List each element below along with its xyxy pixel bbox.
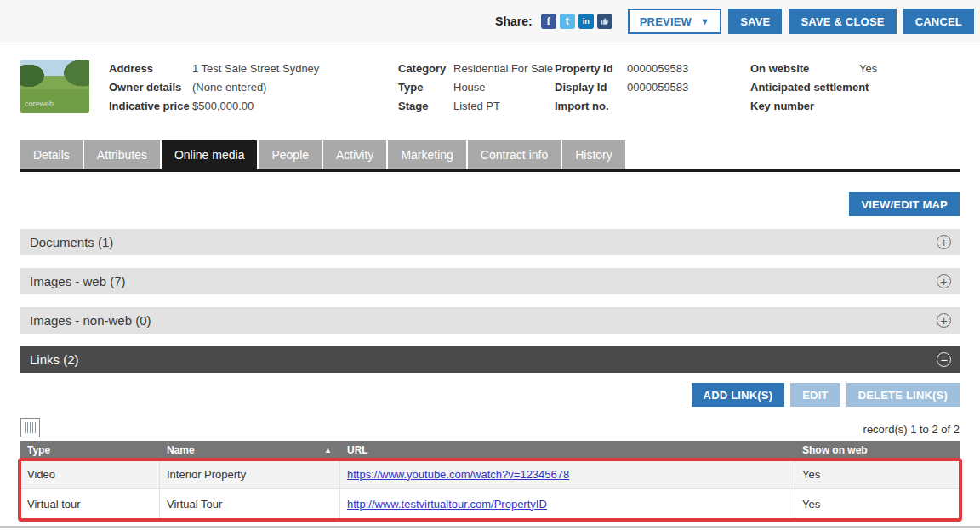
property-fields: Address 1 Test Sale Street Sydney Owner … [109,60,877,116]
table-row[interactable]: Virtual tour Virtual Tour http://www.tes… [20,489,960,519]
links-toolbar: ADD LINK(S) EDIT DELETE LINK(S) [20,383,960,407]
tab-details[interactable]: Details [20,140,83,169]
delete-links-button[interactable]: DELETE LINK(S) [846,383,960,407]
table-body: Video Interior Property https://www.yout… [20,460,960,519]
field-group-website: On website Yes Anticipated settlement Ke… [750,60,877,116]
tab-history[interactable]: History [562,140,625,169]
thumbs-up-icon[interactable] [597,14,612,29]
field-value: 1 Test Sale Street Sydney [192,60,319,78]
field-value: Listed PT [453,97,553,116]
add-links-button[interactable]: ADD LINK(S) [692,383,785,407]
field-label: Indicative price [109,97,184,116]
share-label: Share: [495,14,533,28]
accordion-images-nonweb[interactable]: Images - non-web (0) + [20,307,960,334]
field-group-address: Address 1 Test Sale Street Sydney Owner … [109,60,398,116]
column-header-name[interactable]: Name ▲ [160,444,340,456]
field-label: Type [398,78,445,97]
social-icons: f t in [541,14,612,29]
column-chooser-icon[interactable] [20,418,40,437]
field-label: Import no. [555,97,618,116]
accordion-links[interactable]: Links (2) − [20,346,960,373]
field-label: Display Id [555,78,618,97]
table-row[interactable]: Video Interior Property https://www.yout… [20,460,960,489]
field-value [859,97,877,116]
tab-online-media[interactable]: Online media [162,140,258,169]
field-value: Yes [859,60,877,78]
field-label: Anticipated settlement [750,78,851,97]
field-value: House [453,78,553,97]
expand-icon[interactable]: + [937,235,951,249]
show-on-web-cell: Yes [795,489,960,518]
property-summary: coreweb Address 1 Test Sale Street Sydne… [0,43,980,116]
name-cell: Interior Property [160,460,340,488]
expand-icon[interactable]: + [937,274,951,288]
facebook-icon[interactable]: f [541,14,556,29]
accordion-title: Documents (1) [30,235,113,249]
field-value: Residential For Sale [453,60,553,78]
tab-people[interactable]: People [259,140,322,169]
thumbs-up-glyph [600,16,610,26]
column-header-show-on-web[interactable]: Show on web [795,444,960,456]
field-value [859,78,877,97]
field-label: Category [398,60,445,78]
field-value: $500,000.00 [192,97,319,116]
save-close-button[interactable]: SAVE & CLOSE [789,9,896,34]
bottom-divider [0,526,980,528]
show-on-web-cell: Yes [795,460,960,488]
column-header-url[interactable]: URL [340,444,795,456]
tab-activity[interactable]: Activity [323,140,386,169]
column-label: Name [167,444,195,456]
tab-attributes[interactable]: Attributes [84,140,160,169]
property-thumbnail[interactable]: coreweb [20,60,89,113]
tab-bar: Details Attributes Online media People A… [20,140,960,172]
twitter-icon[interactable]: t [560,14,575,29]
field-group-category: Category Residential For Sale Type House… [398,60,555,116]
field-value: 0000059583 [627,60,688,78]
links-table: Type Name ▲ URL Show on web Video Interi… [20,441,960,519]
watermark: coreweb [25,100,54,108]
column-label: Type [27,444,50,456]
edit-button[interactable]: EDIT [790,383,840,407]
accordion-title: Links (2) [30,352,79,367]
top-toolbar: Share: f t in PREVIEW ▼ SAVE SAVE & CLOS… [0,0,980,43]
preview-button[interactable]: PREVIEW ▼ [628,9,721,34]
sort-ascending-icon: ▲ [324,446,332,454]
field-group-ids: Property Id 0000059583 Display Id 000005… [555,60,750,116]
field-label: Address [109,60,184,78]
field-label: Owner details [109,78,184,97]
record-count: record(s) 1 to 2 of 2 [863,423,960,437]
url-link[interactable]: http://www.testvirtualtour.com/PropertyI… [347,498,547,511]
column-label: URL [347,444,368,456]
linkedin-icon[interactable]: in [578,14,594,29]
field-value: (None entered) [192,78,319,97]
field-label: Property Id [555,60,618,78]
column-header-type[interactable]: Type [20,444,160,456]
accordion-documents[interactable]: Documents (1) + [20,229,960,255]
stripes-glyph [25,422,36,433]
url-link[interactable]: https://www.youtube.com/watch?v=12345678 [347,468,569,481]
field-label: Key number [750,97,851,116]
table-header-row: Type Name ▲ URL Show on web [20,441,960,460]
tab-marketing[interactable]: Marketing [388,140,465,169]
tab-contract-info[interactable]: Contract info [468,140,561,169]
collapse-icon[interactable]: − [937,352,951,367]
view-edit-map-button[interactable]: VIEW/EDIT MAP [849,192,960,216]
accordion-title: Images - web (7) [30,274,126,288]
type-cell: Virtual tour [20,489,160,518]
field-label: Stage [398,97,445,116]
column-label: Show on web [802,444,868,456]
expand-icon[interactable]: + [937,313,951,328]
type-cell: Video [20,460,160,488]
field-value [627,97,688,116]
field-value: 0000059583 [627,78,688,97]
save-button[interactable]: SAVE [728,9,782,34]
field-label: On website [750,60,851,78]
name-cell: Virtual Tour [160,489,340,518]
cancel-button[interactable]: CANCEL [903,9,974,34]
accordion-images-web[interactable]: Images - web (7) + [20,268,960,294]
preview-label: PREVIEW [640,15,692,28]
chevron-down-icon: ▼ [700,16,709,26]
accordion-title: Images - non-web (0) [30,313,151,328]
